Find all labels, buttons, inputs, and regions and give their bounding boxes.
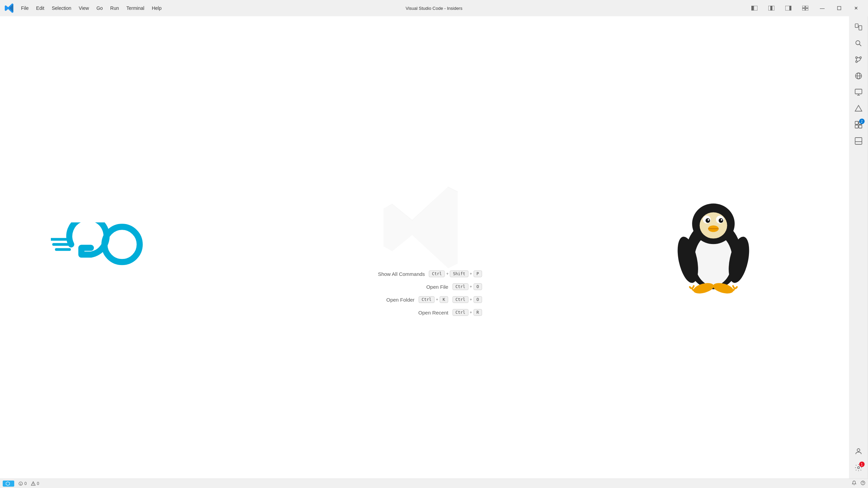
search-activity-icon[interactable] (851, 36, 866, 51)
open-folder-label: Open Folder (367, 297, 415, 303)
explorer-activity-icon[interactable] (851, 20, 866, 35)
svg-rect-3 (770, 6, 772, 11)
layout-center-btn[interactable] (764, 3, 779, 14)
svg-point-56 (20, 484, 21, 484)
main-area: 2 1 (0, 16, 868, 479)
svg-point-61 (863, 484, 863, 484)
menu-edit[interactable]: Edit (33, 4, 48, 12)
menu-run[interactable]: Run (107, 4, 122, 12)
kbd-ctrl4: Ctrl (452, 296, 468, 303)
svg-point-33 (857, 467, 860, 469)
menu-file[interactable]: File (18, 4, 32, 12)
svg-point-44 (706, 218, 710, 223)
svg-point-37 (104, 227, 140, 262)
kbd-ctrl1: Ctrl (429, 270, 445, 277)
svg-rect-12 (859, 26, 862, 30)
feedback-status[interactable] (861, 481, 865, 486)
layout-grid-btn[interactable] (797, 3, 813, 14)
svg-rect-30 (855, 138, 862, 144)
svg-rect-6 (802, 6, 805, 8)
menu-view[interactable]: View (75, 4, 92, 12)
window-title: Visual Studio Code - Insiders (406, 6, 462, 11)
kbd-o2: O (473, 296, 482, 303)
kbd-k: K (440, 296, 448, 303)
settings-activity-icon[interactable]: 1 (851, 460, 866, 475)
editor-area: Show All Commands Ctrl + Shift + P Open … (0, 16, 849, 479)
svg-point-47 (721, 219, 723, 221)
linux-penguin (673, 199, 754, 296)
account-activity-icon[interactable] (851, 444, 866, 459)
kbd-ctrl5: Ctrl (452, 309, 468, 316)
svg-rect-11 (855, 24, 858, 27)
kbd-r: R (473, 309, 482, 316)
open-file-keys: Ctrl + O (452, 283, 482, 290)
svg-point-16 (855, 61, 857, 63)
menu-help[interactable]: Help (149, 4, 165, 12)
svg-point-15 (855, 57, 857, 59)
svg-line-14 (859, 44, 861, 46)
minimize-btn[interactable]: — (814, 3, 830, 14)
menu-selection[interactable]: Selection (48, 4, 75, 12)
accounts-activity-icon[interactable] (851, 101, 866, 116)
open-recent-keys: Ctrl + R (452, 309, 482, 316)
status-left: 0 0 (3, 481, 39, 487)
svg-marker-25 (855, 105, 862, 111)
svg-rect-0 (751, 6, 753, 11)
remote-explorer-activity-icon[interactable] (851, 85, 866, 100)
activity-bar: 2 1 (849, 16, 868, 479)
open-file-label: Open File (401, 284, 448, 290)
notifications-status[interactable] (852, 481, 856, 486)
extensions-badge: 2 (859, 119, 865, 124)
svg-rect-22 (855, 89, 862, 94)
svg-point-45 (718, 218, 723, 223)
svg-rect-7 (806, 6, 808, 8)
window-controls: — ✕ (747, 3, 864, 14)
warnings-status[interactable]: 0 (31, 481, 39, 486)
extensions-activity-icon[interactable]: 2 (851, 117, 866, 132)
vscode-logo (4, 3, 15, 14)
svg-rect-5 (789, 6, 791, 11)
kbd-p: P (473, 270, 482, 277)
titlebar: File Edit Selection View Go Run Terminal… (0, 0, 868, 16)
vscode-watermark (377, 180, 472, 276)
menu-go[interactable]: Go (93, 4, 106, 12)
layout-right-btn[interactable] (781, 3, 796, 14)
svg-rect-29 (859, 125, 862, 128)
show-all-commands-label: Show All Commands (377, 271, 425, 277)
open-recent-row: Open Recent Ctrl + R (401, 309, 482, 316)
show-all-commands-keys: Ctrl + Shift + P (429, 270, 482, 277)
settings-badge: 1 (859, 462, 865, 467)
svg-rect-8 (802, 8, 805, 11)
status-right (852, 481, 865, 486)
svg-point-59 (33, 485, 33, 485)
svg-rect-1 (754, 6, 757, 11)
svg-point-13 (856, 41, 860, 45)
close-btn[interactable]: ✕ (848, 3, 864, 14)
svg-point-46 (708, 219, 709, 221)
open-folder-keys: Ctrl + K Ctrl + O (419, 296, 482, 303)
open-file-row: Open File Ctrl + O (401, 283, 482, 290)
svg-rect-28 (855, 125, 858, 128)
kbd-o1: O (473, 283, 482, 290)
open-folder-row: Open Folder Ctrl + K Ctrl + O (367, 296, 482, 303)
restore-btn[interactable] (831, 3, 847, 14)
svg-point-41 (699, 212, 727, 239)
panel-activity-icon[interactable] (851, 134, 866, 148)
menu-bar: File Edit Selection View Go Run Terminal… (18, 4, 165, 12)
kbd-ctrl3: Ctrl (419, 296, 435, 303)
go-logo (51, 222, 156, 268)
source-control-activity-icon[interactable] (851, 52, 866, 67)
status-bar: 0 0 (0, 479, 868, 488)
show-all-commands-row: Show All Commands Ctrl + Shift + P (377, 270, 482, 277)
svg-point-32 (857, 449, 860, 451)
errors-status[interactable]: 0 (18, 481, 27, 486)
svg-rect-26 (855, 121, 858, 124)
menu-terminal[interactable]: Terminal (123, 4, 148, 12)
remote-status[interactable] (3, 481, 14, 487)
layout-left-btn[interactable] (747, 3, 762, 14)
globe-activity-icon[interactable] (851, 68, 866, 83)
kbd-ctrl2: Ctrl (452, 283, 468, 290)
open-recent-label: Open Recent (401, 310, 448, 316)
commands-section: Show All Commands Ctrl + Shift + P Open … (367, 270, 482, 316)
kbd-shift: Shift (450, 270, 468, 277)
